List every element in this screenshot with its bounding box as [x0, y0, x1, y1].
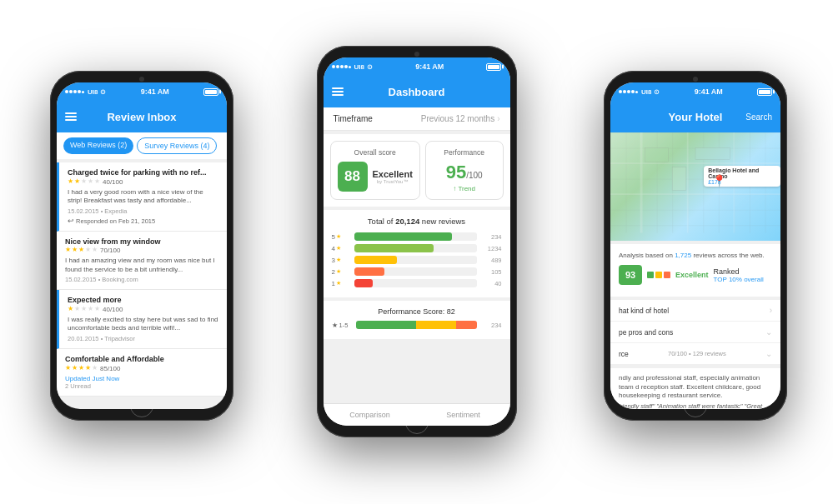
- bar-row-1: 1★ 40: [332, 279, 502, 287]
- block2: [672, 167, 686, 191]
- bar-count-5: 234: [481, 233, 502, 241]
- menu-hotel-type-text: hat kind of hotel: [619, 307, 669, 315]
- review-meta-3: 20.01.2015 • Tripadvisor: [68, 335, 218, 342]
- menu-item-pros-cons[interactable]: pe pros and cons ⌄: [610, 322, 780, 343]
- signal-dots-right: UI8 ⊙: [619, 88, 660, 96]
- analysis-text: Analysis based on 1,725 reviews across t…: [619, 251, 772, 260]
- bar-star-2: ★: [336, 268, 341, 275]
- r2: ★: [74, 305, 80, 312]
- updated-4: Updated Just Now: [65, 375, 218, 382]
- review-list: Charged twice for parking with no ref...…: [57, 162, 227, 397]
- date-2: 15.02.2015: [65, 276, 97, 283]
- bar-row-5: 5★ 234: [332, 232, 502, 241]
- stars-2: ★ ★ ★ ★ ★: [65, 246, 98, 253]
- review-item-3[interactable]: Expected more ★ ★ ★ ★ ★ 40/100 I was rea…: [57, 290, 227, 349]
- dot5: [82, 91, 84, 93]
- phone-right: UI8 ⊙ 9:41 AM Your Hotel Search: [604, 71, 787, 421]
- rank-rating: Excellent: [675, 271, 709, 279]
- bar-label-1: 1★: [332, 280, 350, 287]
- bar-track-5: [354, 232, 477, 241]
- menu-service-text: rce: [619, 350, 629, 358]
- hamburger-icon-left[interactable]: [65, 112, 77, 121]
- review-count: 1,725: [675, 252, 691, 259]
- bar-row-4: 4★ 1234: [332, 244, 502, 252]
- s2: ★: [72, 246, 78, 253]
- rdot1: [619, 90, 622, 93]
- rank-row: 93 Excellent Ranked TOP 10% overall: [619, 265, 772, 285]
- ch1: [332, 87, 344, 89]
- bar-label-3: 3★: [332, 257, 350, 264]
- cdot5: [349, 66, 351, 68]
- menu-arrow-2: ⌄: [765, 327, 772, 337]
- review-item-1[interactable]: Charged twice for parking with no ref...…: [57, 162, 227, 232]
- rank-sublabel: TOP 10% overall: [714, 276, 764, 283]
- review-title-4: Comfortable and Affordable: [65, 355, 218, 364]
- review-card-quote: friendly staff" "Animation staff were fa…: [619, 402, 772, 409]
- bar-star-4: ★: [336, 245, 341, 252]
- timeframe-label: Timeframe: [334, 114, 373, 123]
- score-1: 40/100: [103, 178, 123, 186]
- seg-yellow: [416, 321, 456, 329]
- review-item-4[interactable]: Comfortable and Affordable ★ ★ ★ ★ ★ 85/…: [57, 349, 227, 397]
- score-4: 85/100: [100, 365, 120, 372]
- bar-star-5: ★: [336, 233, 341, 240]
- reviews-total: 20,124: [395, 217, 419, 226]
- menu-item-hotel-type[interactable]: hat kind of hotel ›: [610, 300, 780, 322]
- camera-center: [414, 52, 419, 57]
- menu-item-service[interactable]: rce 70/100 • 129 reviews ⌄: [610, 343, 780, 365]
- dot3: [73, 90, 77, 93]
- score-main: 88 Excellent by TrustYou™: [338, 162, 413, 192]
- timeframe-value: Previous 12 months ›: [421, 114, 500, 123]
- block3: [695, 148, 730, 160]
- review-text-2: I had an amazing view and my room was ni…: [65, 257, 218, 274]
- phone-center: UI8 ⊙ 9:41 AM Dashboard: [317, 46, 517, 437]
- battery-fill-left: [205, 90, 217, 94]
- menu-arrow-3: ⌄: [765, 349, 772, 358]
- s3: ★: [78, 246, 84, 253]
- tab-web-reviews[interactable]: Web Reviews (2): [63, 137, 133, 154]
- hamburger-icon-center[interactable]: [332, 87, 344, 96]
- bar-star-1: ★: [336, 280, 341, 287]
- score-rating: Excellent: [373, 169, 413, 179]
- hamburger-menu-left[interactable]: [65, 112, 77, 121]
- tab-comparison[interactable]: Comparison: [324, 404, 417, 426]
- tab-survey-reviews[interactable]: Survey Reviews (4): [137, 137, 217, 154]
- nav-search-right[interactable]: Search: [745, 112, 772, 122]
- t2: ★: [72, 364, 78, 372]
- status-bar-right: UI8 ⊙ 9:41 AM: [610, 82, 780, 101]
- status-icons-right: [757, 88, 772, 96]
- hamburger-menu-center[interactable]: [332, 87, 344, 96]
- perf-bar-track: [356, 321, 477, 329]
- cdot1: [332, 65, 335, 68]
- map-area[interactable]: Bellagio Hotel and Casino £178 📍: [610, 132, 780, 241]
- bar-star-3: ★: [336, 257, 341, 263]
- seg-green: [356, 321, 417, 329]
- seg-orange: [456, 321, 476, 329]
- stars-4: ★ ★ ★ ★ ★: [65, 364, 98, 372]
- rank-badge: 93: [619, 265, 642, 285]
- battery-right: [757, 88, 772, 96]
- review-item-2[interactable]: Nice view from my window ★ ★ ★ ★ ★ 70/10…: [57, 232, 227, 291]
- review-title-1: Charged twice for parking with no ref...: [68, 168, 218, 177]
- perf-label: Performance: [433, 148, 496, 157]
- wifi-left: ⊙: [100, 88, 106, 96]
- review-meta-1: 15.02.2015 • Expedia: [68, 207, 218, 215]
- sq-yellow: [655, 272, 662, 278]
- tab-sentiment[interactable]: Sentiment: [417, 404, 510, 426]
- timeframe-bar[interactable]: Timeframe Previous 12 months ›: [324, 107, 510, 131]
- sq-green: [647, 272, 654, 278]
- score-details: Excellent by TrustYou™: [373, 169, 413, 184]
- score-3: 40/100: [103, 306, 123, 313]
- timeframe-arrow: ›: [497, 114, 499, 123]
- r1: ★: [68, 305, 73, 312]
- time-center: 9:41 AM: [415, 62, 444, 71]
- block1: [645, 148, 669, 162]
- unread-4: 2 Unread: [65, 382, 218, 390]
- battery-fill-center: [488, 65, 499, 69]
- phone-left: UI8 ⊙ 9:41 AM Review Inbox: [50, 71, 233, 421]
- t5: ★: [92, 364, 98, 372]
- r5: ★: [94, 305, 100, 312]
- bar-row-3: 3★ 489: [332, 256, 502, 264]
- bar-fill-2: [354, 267, 385, 276]
- nav-bar-left: Review Inbox: [57, 101, 227, 132]
